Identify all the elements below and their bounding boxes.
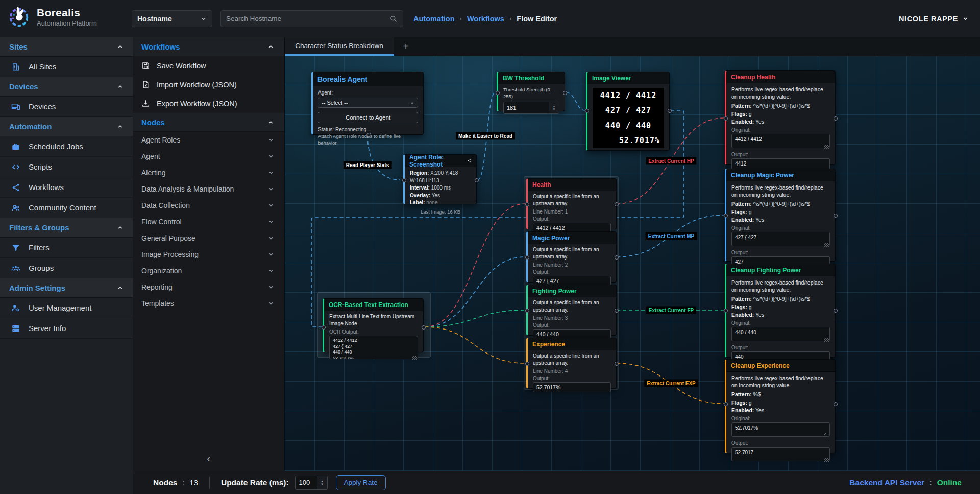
edge-label-extract-current-mp[interactable]: Extract Current MP (646, 232, 697, 240)
node-agent-role-screenshot[interactable]: Agent Role: Screenshot Region: X:200 Y:4… (403, 154, 477, 204)
update-rate-input[interactable] (296, 476, 317, 489)
resize-handle[interactable] (824, 145, 829, 149)
output-textarea[interactable]: 52.7017 (731, 447, 830, 461)
panel-section-workflows[interactable]: Workflows (133, 37, 284, 56)
node-category-agent-roles[interactable]: Agent Roles (133, 132, 284, 148)
tab-character-status-breakdown[interactable]: Character Status Breakdown (285, 37, 394, 56)
stepper-buttons[interactable]: ▲▼ (549, 102, 559, 113)
output-handle[interactable] (834, 309, 838, 313)
resize-handle[interactable] (412, 356, 417, 360)
output-handle[interactable] (475, 178, 479, 182)
stepper-buttons[interactable]: ▲▼ (317, 476, 327, 489)
node-cleanup-health[interactable]: Cleanup Health Performs live regex-based… (725, 70, 836, 165)
sidebar-item-server-info[interactable]: Server Info (0, 318, 133, 339)
output-handle[interactable] (834, 214, 838, 218)
output-handle[interactable] (615, 309, 619, 313)
user-menu[interactable]: NICOLE RAPPE (899, 0, 969, 37)
output-handle[interactable] (834, 116, 838, 121)
node-category-flow-control[interactable]: Flow Control (133, 214, 284, 230)
add-tab-button[interactable]: + (394, 37, 418, 56)
node-experience[interactable]: Experience Output a specific line from a… (526, 338, 617, 389)
input-handle[interactable] (496, 91, 500, 95)
save-workflow-button[interactable]: Save Workflow (133, 56, 284, 75)
sidebar-item-groups[interactable]: Groups (0, 258, 133, 278)
output-handle[interactable] (668, 109, 672, 113)
resize-handle[interactable] (824, 433, 829, 438)
input-handle[interactable] (724, 116, 728, 121)
node-borealis-agent[interactable]: Borealis Agent Agent: -- Select -- Conne… (311, 72, 424, 135)
node-magic-power[interactable]: Magic Power Output a specific line from … (526, 231, 617, 283)
output-handle[interactable] (834, 402, 838, 406)
node-category-agent[interactable]: Agent (133, 148, 284, 164)
input-handle[interactable] (322, 325, 326, 330)
apply-rate-button[interactable]: Apply Rate (336, 475, 386, 490)
input-handle[interactable] (525, 309, 529, 313)
output-handle[interactable] (367, 133, 371, 137)
sidebar-section-devices[interactable]: Devices (0, 77, 133, 97)
output-handle[interactable] (615, 255, 619, 260)
node-category-data-collection[interactable]: Data Collection (133, 197, 284, 214)
node-category-alerting[interactable]: Alerting (133, 164, 284, 181)
input-handle[interactable] (525, 362, 529, 366)
node-cleanup-fighting-power[interactable]: Cleanup Fighting Power Performs live reg… (725, 264, 836, 358)
node-cleanup-magic-power[interactable]: Cleanup Magic Power Performs live regex-… (725, 169, 836, 262)
resize-handle[interactable] (824, 243, 829, 247)
sidebar-item-devices[interactable]: Devices (0, 97, 133, 117)
original-textarea[interactable]: 440 / 440 (731, 327, 830, 341)
ocr-output-textarea[interactable]: 4412 / 4412 427 { 427 440 / 440 52.7017% (329, 336, 418, 359)
input-handle[interactable] (402, 178, 406, 182)
input-handle[interactable] (525, 255, 529, 260)
breadcrumb-workflows[interactable]: Workflows (467, 15, 504, 23)
node-fighting-power[interactable]: Fighting Power Output a specific line fr… (526, 285, 617, 336)
node-health[interactable]: Health Output a specific line from an up… (526, 178, 617, 229)
output-handle[interactable] (422, 325, 426, 330)
sidebar-section-sites[interactable]: Sites (0, 37, 133, 57)
sidebar-section-automation[interactable]: Automation (0, 117, 133, 136)
edge-label-extract-current-hp[interactable]: Extract Current HP (646, 157, 696, 165)
sidebar-item-user-management[interactable]: User Management (0, 298, 133, 318)
resize-handle[interactable] (824, 338, 829, 342)
node-cleanup-experience[interactable]: Cleanup Experience Performs live regex-b… (725, 359, 836, 453)
node-category-reporting[interactable]: Reporting (133, 279, 284, 295)
edge-label-read-player-stats[interactable]: Read Player Stats (344, 161, 392, 169)
node-category-organization[interactable]: Organization (133, 263, 284, 279)
panel-collapse-button[interactable]: ‹ (133, 453, 284, 463)
sidebar-item-all-sites[interactable]: All Sites (0, 57, 133, 77)
node-category-general-purpose[interactable]: General Purpose (133, 230, 284, 246)
input-handle[interactable] (724, 214, 728, 218)
node-ocr-text-extraction[interactable]: OCR-Based Text Extraction Extract Multi-… (323, 298, 424, 352)
input-handle[interactable] (585, 109, 589, 113)
input-handle[interactable] (724, 309, 728, 313)
export-workflow-button[interactable]: Export Workflow (JSON) (133, 94, 284, 113)
flow-canvas[interactable]: Borealis Agent Agent: -- Select -- Conne… (285, 56, 980, 471)
sidebar-item-scheduled-jobs[interactable]: Scheduled Jobs (0, 136, 133, 157)
output-handle[interactable] (615, 202, 619, 206)
edge-label-extract-current-fp[interactable]: Extract Current FP (646, 307, 696, 314)
output-handle[interactable] (563, 91, 567, 95)
sidebar-item-filters[interactable]: Filters (0, 238, 133, 258)
input-handle[interactable] (724, 402, 728, 406)
edge-label-extract-current-exp[interactable]: Extract Current EXP (644, 380, 698, 387)
sidebar-item-community-content[interactable]: Community Content (0, 198, 133, 218)
node-bw-threshold[interactable]: BW Threshold Threshold Strength (0–255):… (497, 72, 565, 111)
output-value-input[interactable] (533, 382, 611, 392)
edge-label-make-it-easier-to-read[interactable]: Make it Easier to Read (456, 132, 515, 140)
threshold-value-input[interactable] (504, 102, 549, 113)
share-icon[interactable] (467, 158, 472, 163)
node-category-image-processing[interactable]: Image Processing (133, 246, 284, 263)
original-textarea[interactable]: 52.7017% (731, 422, 830, 437)
node-category-data-analysis[interactable]: Data Analysis & Manipulation (133, 181, 284, 197)
sidebar-section-admin-settings[interactable]: Admin Settings (0, 278, 133, 298)
panel-section-nodes[interactable]: Nodes (133, 113, 284, 132)
input-handle[interactable] (525, 202, 529, 206)
node-category-templates[interactable]: Templates (133, 295, 284, 312)
connect-to-agent-button[interactable]: Connect to Agent (318, 112, 418, 123)
search-input[interactable] (226, 15, 389, 22)
resize-handle[interactable] (824, 458, 829, 462)
breadcrumb-automation[interactable]: Automation (413, 15, 455, 23)
node-image-viewer[interactable]: Image Viewer 4412 / 4412 427 / 427 440 /… (586, 72, 670, 151)
agent-select[interactable]: -- Select -- (318, 98, 418, 108)
sidebar-section-filters-groups[interactable]: Filters & Groups (0, 218, 133, 238)
output-handle[interactable] (615, 362, 619, 366)
hostname-select[interactable]: Hostname (132, 10, 212, 27)
